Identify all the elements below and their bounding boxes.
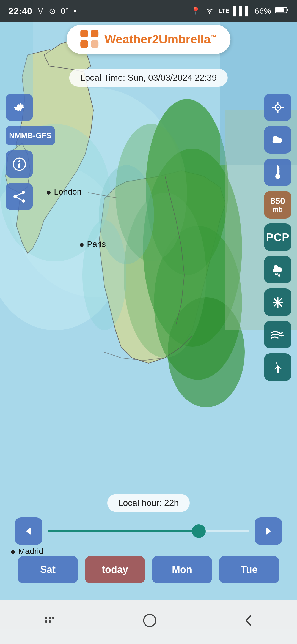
paris-label: Paris [80,239,106,249]
svg-marker-55 [266,527,271,535]
svg-point-44 [275,273,277,275]
slider-fill [48,530,199,532]
menu-button[interactable] [42,613,57,631]
svg-point-32 [277,107,279,108]
logo-sq-tr [91,30,98,37]
svg-rect-60 [49,620,51,623]
temp-badge: 0° [61,6,69,16]
prev-time-button[interactable] [15,517,42,545]
home-button[interactable] [142,613,157,631]
logo-sq-br [91,40,98,48]
wind-turbine-button[interactable] [264,353,292,381]
right-sidebar: 850 mb PCP [264,94,292,381]
local-time-display: Local Time: Sun, 03/03/2024 22:39 [69,69,228,87]
day-button-sat[interactable]: Sat [18,556,78,583]
status-bar: 22:40 M ⊙ 0° • 📍 LTE ▌▌▌ 66% [0,0,297,22]
left-sidebar: NMMB-GFS [6,94,55,210]
day-selector: Sat today Mon Tue [0,556,297,583]
logo-sq-tl [80,30,88,37]
app-logo: Weather2Umbrella™ [67,25,230,54]
next-time-button[interactable] [255,517,282,545]
data-icon: ⊙ [49,6,56,16]
snow-button[interactable] [264,288,292,316]
day-button-tue[interactable]: Tue [219,556,279,583]
svg-rect-59 [45,620,47,623]
model-selector-button[interactable]: NMMB-GFS [6,126,55,145]
day-button-today[interactable]: today [85,556,145,583]
info-button[interactable] [6,150,33,178]
svg-rect-38 [277,165,279,175]
bottom-nav-bar [0,600,297,644]
timeline-area: Local hour: 22h [0,494,297,545]
svg-rect-22 [287,9,288,11]
svg-point-39 [275,174,280,179]
rain-button[interactable] [264,256,292,283]
time-slider-row [15,517,282,545]
settings-button[interactable] [6,94,33,121]
gmail-icon: M [37,6,44,16]
madrid-label: Madrid [11,547,43,556]
share-button[interactable] [6,183,33,210]
svg-rect-56 [45,617,47,619]
temperature-button[interactable] [264,159,292,186]
battery-pct: 66% [255,6,271,16]
wifi-icon [205,5,215,17]
slider-thumb[interactable] [192,524,206,538]
svg-rect-25 [18,160,20,162]
local-hour-display: Local hour: 22h [107,494,190,512]
wind-button[interactable] [264,321,292,348]
time-slider-track[interactable] [48,530,249,532]
svg-point-61 [144,614,156,626]
svg-point-46 [277,273,278,275]
location-icon: 📍 [191,6,201,16]
weather-overview-button[interactable] [264,126,292,154]
svg-marker-54 [26,527,31,535]
svg-line-30 [15,197,23,201]
lte-icon: LTE [218,7,229,15]
svg-point-51 [276,301,279,304]
signal-bars: ▌▌▌ [233,6,251,16]
logo-sq-bl [80,40,88,48]
svg-rect-57 [49,617,51,619]
day-button-mon[interactable]: Mon [152,556,212,583]
gps-button[interactable] [264,94,292,121]
status-time: 22:40 [8,6,32,17]
svg-point-45 [278,274,280,277]
precipitation-button[interactable]: PCP [264,223,292,251]
svg-line-29 [15,192,23,197]
svg-rect-58 [52,617,54,619]
battery-icon [275,6,289,16]
svg-rect-24 [18,163,20,168]
pressure-850mb-button[interactable]: 850 mb [264,191,292,219]
back-button[interactable] [242,613,255,631]
svg-rect-21 [276,8,284,12]
logo-squares [80,30,100,49]
dot-indicator: • [74,6,77,16]
logo-text: Weather2Umbrella™ [105,32,217,46]
